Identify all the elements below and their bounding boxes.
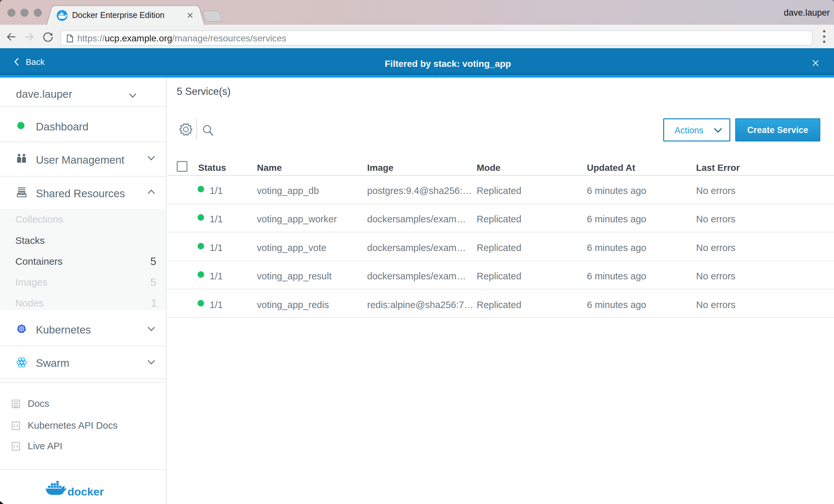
svg-text:docker: docker	[67, 485, 104, 498]
